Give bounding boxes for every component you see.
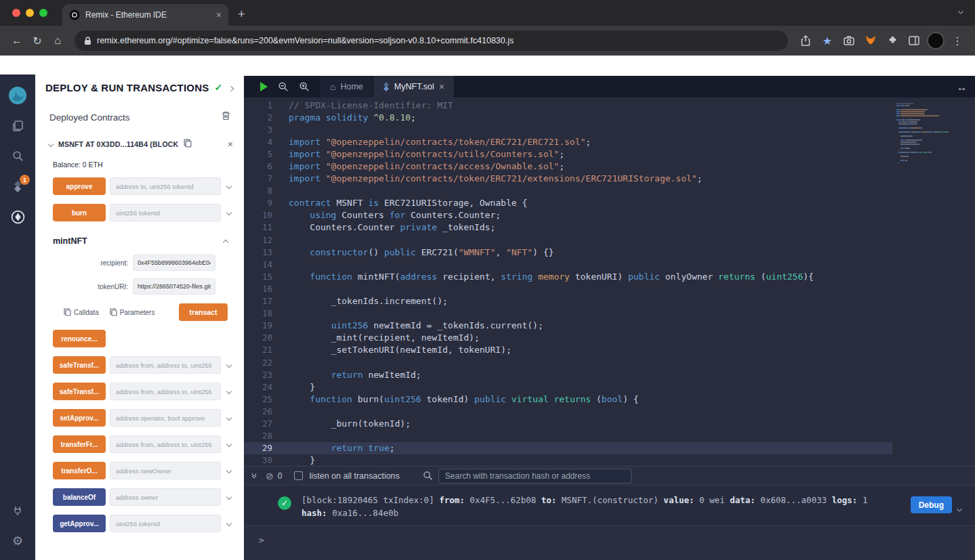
tab-search-icon[interactable] [959, 4, 963, 16]
address-bar[interactable]: remix.ethereum.org/#optimize=false&runs=… [75, 30, 788, 51]
code-line[interactable]: 4import "@openzeppelin/contracts/token/E… [244, 135, 892, 148]
code-line[interactable]: 18 [244, 307, 892, 320]
code-line[interactable]: 11 Counters.Counter private _tokenIds; [244, 221, 892, 234]
browser-tab[interactable]: Remix - Ethereum IDE × [62, 4, 228, 26]
back-icon[interactable]: ← [7, 30, 27, 51]
deployed-contract-header[interactable]: MSNFT AT 0X3DD...114B4 (BLOCK × [49, 138, 233, 150]
code-line[interactable]: 15 function mintNFT(address recipient, s… [244, 270, 892, 282]
code-line[interactable]: 8 [244, 185, 892, 197]
expand-function-icon[interactable] [221, 363, 237, 367]
function-button-balanceof[interactable]: balanceOf [53, 488, 106, 506]
code-line[interactable]: 25 function burn(uint256 tokenId) public… [244, 393, 892, 405]
home-icon[interactable]: ⌂ [47, 30, 68, 51]
code-line[interactable]: 30 } [244, 454, 892, 466]
terminal-prompt[interactable]: > [244, 526, 975, 545]
code-line[interactable]: 6import "@openzeppelin/contracts/access/… [244, 160, 892, 172]
expand-function-icon[interactable] [221, 469, 237, 473]
function-args-input[interactable] [110, 204, 221, 221]
code-line[interactable]: 24 } [244, 381, 892, 393]
copy-address-icon[interactable] [184, 138, 192, 150]
transact-button[interactable]: transact [179, 303, 228, 321]
collapse-mint-icon[interactable] [224, 235, 228, 247]
function-button-getapprov[interactable]: getApprov... [53, 515, 106, 532]
expand-function-icon[interactable] [221, 442, 237, 446]
collapse-terminal-icon[interactable] [252, 474, 256, 478]
tab-mynft-sol[interactable]: MyNFT.sol × [373, 76, 455, 98]
tab-close-icon[interactable]: × [216, 10, 222, 20]
function-button-safetransf[interactable]: safeTransf... [53, 356, 106, 374]
expand-function-icon[interactable] [221, 389, 237, 393]
code-line[interactable]: 16 [244, 282, 892, 295]
code-line[interactable]: 20 _mint(recipient, newItemId); [244, 332, 892, 344]
function-button-setapprov[interactable]: setApprov... [53, 409, 106, 427]
clear-console-icon[interactable]: ⊘ [266, 471, 274, 481]
function-button-approve[interactable]: approve [53, 177, 106, 195]
minimap[interactable] [892, 98, 975, 466]
reload-icon[interactable]: ↻ [27, 30, 47, 51]
recipient-input[interactable] [133, 255, 215, 271]
expand-editor-icon[interactable]: ↔ [957, 76, 975, 98]
side-panel-icon[interactable] [905, 31, 924, 50]
minimize-window-button[interactable] [26, 9, 34, 17]
function-args-input[interactable] [110, 383, 221, 400]
code-line[interactable]: 2pragma solidity ^0.8.10; [244, 111, 892, 123]
plugin-manager-icon[interactable] [0, 495, 35, 525]
profile-avatar[interactable] [926, 31, 945, 50]
function-args-input[interactable] [110, 488, 221, 506]
code-line[interactable]: 9contract MSNFT is ERC721URIStorage, Own… [244, 197, 892, 209]
function-button-transferfr[interactable]: transferFr... [53, 435, 106, 453]
new-tab-button[interactable]: + [238, 7, 245, 22]
code-line[interactable]: 22 [244, 356, 892, 368]
function-args-input[interactable] [110, 356, 221, 374]
function-args-input[interactable] [110, 177, 221, 195]
trash-icon[interactable] [222, 111, 230, 123]
debug-button[interactable]: Debug [911, 496, 952, 513]
function-args-input[interactable] [110, 462, 221, 479]
code-line[interactable]: 3 [244, 123, 892, 135]
metamask-icon[interactable] [861, 31, 880, 50]
zoom-in-icon[interactable] [299, 81, 310, 92]
maximize-window-button[interactable] [39, 9, 47, 17]
tab-home[interactable]: ⌂ Home [320, 76, 373, 98]
function-button-transfero[interactable]: transferO... [53, 462, 106, 479]
remove-contract-icon[interactable]: × [228, 139, 233, 150]
expand-function-icon[interactable] [221, 495, 237, 499]
function-button-renounce[interactable]: renounce... [53, 330, 106, 347]
settings-gear-icon[interactable]: ⚙ [0, 525, 35, 556]
code-line[interactable]: 5import "@openzeppelin/contracts/utils/C… [244, 148, 892, 160]
function-args-input[interactable] [110, 409, 221, 427]
function-args-input[interactable] [110, 515, 221, 532]
function-button-burn[interactable]: burn [53, 204, 106, 221]
code-line[interactable]: 12 [244, 234, 892, 246]
expand-log-icon[interactable] [957, 502, 961, 514]
function-args-input[interactable] [110, 435, 221, 453]
code-line[interactable]: 19 uint256 newItemId = _tokenIds.current… [244, 320, 892, 332]
transaction-log-entry[interactable]: ✓ [block:18920465 txIndex:0] from: 0x4F5… [244, 486, 975, 526]
expand-function-icon[interactable] [221, 416, 237, 420]
panel-collapse-icon[interactable] [229, 81, 236, 93]
calldata-copy[interactable]: Calldata [64, 308, 99, 316]
code-line[interactable]: 27 _burn(tokenId); [244, 417, 892, 429]
tokenuri-input[interactable] [133, 278, 215, 295]
code-line[interactable]: 7import "@openzeppelin/contracts/token/E… [244, 173, 892, 185]
close-tab-icon[interactable]: × [439, 82, 444, 91]
code-line[interactable]: 23 return newItemId; [244, 368, 892, 381]
code-line[interactable]: 28 [244, 430, 892, 442]
expand-function-icon[interactable] [221, 184, 237, 188]
code-line[interactable]: 26 [244, 405, 892, 417]
code-line[interactable]: 29 return true; [244, 442, 892, 454]
code-line[interactable]: 14 [244, 258, 892, 270]
close-window-button[interactable] [12, 9, 20, 17]
code-line[interactable]: 17 _tokenIds.increment(); [244, 295, 892, 307]
share-icon[interactable] [796, 31, 815, 50]
solidity-compiler-icon[interactable]: 1 [0, 171, 35, 202]
function-button-safetransf[interactable]: safeTransf... [53, 383, 106, 400]
remix-logo-icon[interactable] [0, 80, 35, 110]
deploy-run-icon[interactable] [0, 202, 35, 232]
code-editor[interactable]: 1// SPDX-License-Identifier: MIT2pragma … [244, 98, 975, 466]
code-line[interactable]: 1// SPDX-License-Identifier: MIT [244, 99, 892, 111]
camera-extension-icon[interactable] [839, 31, 858, 50]
file-explorer-icon[interactable] [0, 110, 35, 141]
code-line[interactable]: 21 _setTokenURI(newItemId, tokenURI); [244, 344, 892, 356]
terminal-search-input[interactable] [438, 469, 631, 483]
